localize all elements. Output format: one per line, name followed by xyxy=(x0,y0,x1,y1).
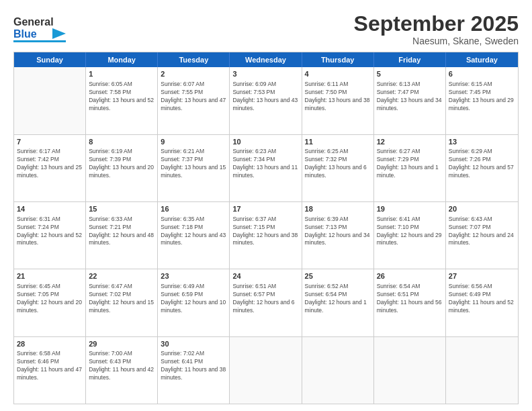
cell-details: Sunrise: 6:35 AMSunset: 7:18 PMDaylight:… xyxy=(161,216,226,248)
calendar-cell: 27Sunrise: 6:56 AMSunset: 6:49 PMDayligh… xyxy=(446,269,518,336)
day-number: 14 xyxy=(17,204,83,214)
cell-details: Sunrise: 6:58 AMSunset: 6:46 PMDaylight:… xyxy=(17,350,83,382)
svg-rect-3 xyxy=(13,40,66,42)
cell-details: Sunrise: 6:52 AMSunset: 6:54 PMDaylight:… xyxy=(305,283,371,315)
cell-details: Sunrise: 6:15 AMSunset: 7:45 PMDaylight:… xyxy=(449,81,515,113)
day-number: 9 xyxy=(161,137,226,147)
calendar-cell: 9Sunrise: 6:21 AMSunset: 7:37 PMDaylight… xyxy=(158,135,230,201)
calendar-cell: 11Sunrise: 6:25 AMSunset: 7:32 PMDayligh… xyxy=(302,135,374,201)
calendar-header: SundayMondayTuesdayWednesdayThursdayFrid… xyxy=(14,52,518,67)
calendar-cell: 17Sunrise: 6:37 AMSunset: 7:15 PMDayligh… xyxy=(230,202,302,269)
calendar-cell: 18Sunrise: 6:39 AMSunset: 7:13 PMDayligh… xyxy=(302,202,374,269)
cell-details: Sunrise: 6:27 AMSunset: 7:29 PMDaylight:… xyxy=(377,148,443,180)
header: General Blue September 2025 Naesum, Skan… xyxy=(13,12,519,46)
calendar-cell: 24Sunrise: 6:51 AMSunset: 6:57 PMDayligh… xyxy=(230,269,302,336)
cell-details: Sunrise: 6:31 AMSunset: 7:24 PMDaylight:… xyxy=(17,216,83,248)
day-number: 6 xyxy=(449,69,515,79)
weekday-header: Wednesday xyxy=(230,52,302,67)
weekday-header: Saturday xyxy=(446,52,518,67)
calendar-cell: 22Sunrise: 6:47 AMSunset: 7:02 PMDayligh… xyxy=(86,269,158,336)
cell-details: Sunrise: 6:33 AMSunset: 7:21 PMDaylight:… xyxy=(89,216,154,248)
day-number: 25 xyxy=(305,271,371,281)
day-number: 18 xyxy=(305,204,371,214)
cell-details: Sunrise: 7:00 AMSunset: 6:43 PMDaylight:… xyxy=(89,350,154,382)
calendar-row: 28Sunrise: 6:58 AMSunset: 6:46 PMDayligh… xyxy=(14,337,518,404)
weekday-header: Thursday xyxy=(302,52,374,67)
day-number: 29 xyxy=(89,339,154,349)
cell-details: Sunrise: 6:21 AMSunset: 7:37 PMDaylight:… xyxy=(161,148,226,180)
day-number: 21 xyxy=(17,271,83,281)
logo: General Blue xyxy=(13,12,74,46)
cell-details: Sunrise: 6:23 AMSunset: 7:34 PMDaylight:… xyxy=(232,148,298,180)
cell-details: Sunrise: 6:13 AMSunset: 7:47 PMDaylight:… xyxy=(377,81,443,113)
calendar-body: 1Sunrise: 6:05 AMSunset: 7:58 PMDaylight… xyxy=(14,67,518,404)
calendar-cell xyxy=(446,337,518,404)
calendar-cell: 19Sunrise: 6:41 AMSunset: 7:10 PMDayligh… xyxy=(374,202,446,269)
day-number: 5 xyxy=(377,69,443,79)
calendar-cell: 10Sunrise: 6:23 AMSunset: 7:34 PMDayligh… xyxy=(230,135,302,201)
title-block: September 2025 Naesum, Skane, Sweden xyxy=(354,12,519,46)
calendar-cell xyxy=(374,337,446,404)
day-number: 28 xyxy=(17,339,83,349)
day-number: 10 xyxy=(232,137,298,147)
weekday-header: Sunday xyxy=(14,52,86,67)
cell-details: Sunrise: 6:45 AMSunset: 7:05 PMDaylight:… xyxy=(17,283,83,315)
calendar-cell: 29Sunrise: 7:00 AMSunset: 6:43 PMDayligh… xyxy=(86,337,158,404)
calendar-row: 1Sunrise: 6:05 AMSunset: 7:58 PMDaylight… xyxy=(14,67,518,134)
svg-text:Blue: Blue xyxy=(13,28,37,40)
svg-marker-2 xyxy=(52,28,66,39)
calendar: SundayMondayTuesdayWednesdayThursdayFrid… xyxy=(13,52,519,404)
cell-details: Sunrise: 6:54 AMSunset: 6:51 PMDaylight:… xyxy=(377,283,443,315)
day-number: 12 xyxy=(377,137,443,147)
calendar-cell xyxy=(230,337,302,404)
calendar-cell: 25Sunrise: 6:52 AMSunset: 6:54 PMDayligh… xyxy=(302,269,374,336)
cell-details: Sunrise: 6:09 AMSunset: 7:53 PMDaylight:… xyxy=(232,81,298,113)
weekday-header: Tuesday xyxy=(158,52,230,67)
cell-details: Sunrise: 6:11 AMSunset: 7:50 PMDaylight:… xyxy=(305,81,371,113)
weekday-header: Friday xyxy=(374,52,446,67)
day-number: 3 xyxy=(232,69,298,79)
day-number: 17 xyxy=(232,204,298,214)
cell-details: Sunrise: 6:29 AMSunset: 7:26 PMDaylight:… xyxy=(449,148,515,180)
day-number: 22 xyxy=(89,271,154,281)
cell-details: Sunrise: 6:19 AMSunset: 7:39 PMDaylight:… xyxy=(89,148,154,180)
calendar-cell xyxy=(302,337,374,404)
day-number: 30 xyxy=(161,339,226,349)
month-title: September 2025 xyxy=(354,12,519,36)
calendar-cell: 7Sunrise: 6:17 AMSunset: 7:42 PMDaylight… xyxy=(14,135,86,201)
day-number: 2 xyxy=(161,69,226,79)
calendar-row: 7Sunrise: 6:17 AMSunset: 7:42 PMDaylight… xyxy=(14,135,518,202)
logo-svg: General Blue xyxy=(13,12,74,46)
day-number: 23 xyxy=(161,271,226,281)
day-number: 26 xyxy=(377,271,443,281)
cell-details: Sunrise: 6:43 AMSunset: 7:07 PMDaylight:… xyxy=(449,216,515,248)
calendar-cell: 13Sunrise: 6:29 AMSunset: 7:26 PMDayligh… xyxy=(446,135,518,201)
calendar-cell: 6Sunrise: 6:15 AMSunset: 7:45 PMDaylight… xyxy=(446,67,518,134)
day-number: 13 xyxy=(449,137,515,147)
calendar-cell: 26Sunrise: 6:54 AMSunset: 6:51 PMDayligh… xyxy=(374,269,446,336)
weekday-header: Monday xyxy=(86,52,158,67)
calendar-cell: 28Sunrise: 6:58 AMSunset: 6:46 PMDayligh… xyxy=(14,337,86,404)
day-number: 8 xyxy=(89,137,154,147)
cell-details: Sunrise: 6:47 AMSunset: 7:02 PMDaylight:… xyxy=(89,283,154,315)
calendar-cell: 16Sunrise: 6:35 AMSunset: 7:18 PMDayligh… xyxy=(158,202,230,269)
calendar-cell: 23Sunrise: 6:49 AMSunset: 6:59 PMDayligh… xyxy=(158,269,230,336)
day-number: 4 xyxy=(305,69,371,79)
day-number: 19 xyxy=(377,204,443,214)
calendar-cell: 30Sunrise: 7:02 AMSunset: 6:41 PMDayligh… xyxy=(158,337,230,404)
cell-details: Sunrise: 6:49 AMSunset: 6:59 PMDaylight:… xyxy=(161,283,226,315)
cell-details: Sunrise: 6:56 AMSunset: 6:49 PMDaylight:… xyxy=(449,283,515,315)
day-number: 15 xyxy=(89,204,154,214)
svg-text:General: General xyxy=(13,16,54,28)
page: General Blue September 2025 Naesum, Skan… xyxy=(0,0,532,411)
calendar-cell: 20Sunrise: 6:43 AMSunset: 7:07 PMDayligh… xyxy=(446,202,518,269)
day-number: 16 xyxy=(161,204,226,214)
calendar-row: 21Sunrise: 6:45 AMSunset: 7:05 PMDayligh… xyxy=(14,269,518,336)
cell-details: Sunrise: 6:25 AMSunset: 7:32 PMDaylight:… xyxy=(305,148,371,180)
day-number: 20 xyxy=(449,204,515,214)
calendar-cell: 1Sunrise: 6:05 AMSunset: 7:58 PMDaylight… xyxy=(86,67,158,134)
cell-details: Sunrise: 6:07 AMSunset: 7:55 PMDaylight:… xyxy=(161,81,226,113)
calendar-cell: 4Sunrise: 6:11 AMSunset: 7:50 PMDaylight… xyxy=(302,67,374,134)
cell-details: Sunrise: 6:51 AMSunset: 6:57 PMDaylight:… xyxy=(232,283,298,315)
calendar-cell: 12Sunrise: 6:27 AMSunset: 7:29 PMDayligh… xyxy=(374,135,446,201)
